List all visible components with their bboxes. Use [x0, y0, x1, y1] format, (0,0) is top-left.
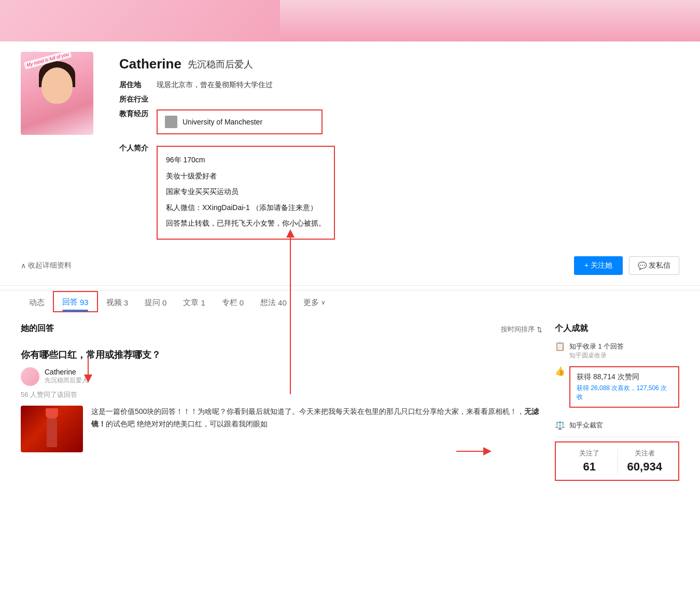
followers-box: 关注了 61 关注者 60,934 [555, 441, 679, 481]
collapse-row: ∧ 收起详细资料 + 关注她 💬 发私信 [0, 250, 700, 281]
profile-name-row: Catherine 先沉稳而后爱人 [119, 56, 679, 72]
achievement-item-1-text: 知乎收录 1 个回答 知乎圆桌收录 [569, 341, 624, 361]
tab-shipin-label: 视频 [106, 298, 122, 308]
tab-zhuanlan-label: 专栏 [222, 298, 237, 308]
author-name: Catherine [45, 368, 88, 376]
follow-button[interactable]: + 关注她 [574, 256, 623, 275]
achievement-item-2-text: 获得 88,714 次赞同 获得 26,088 次喜欢，127,506 次收 [569, 366, 679, 414]
message-icon: 💬 [638, 261, 647, 270]
achievement-item-2: 👍 获得 88,714 次赞同 获得 26,088 次喜欢，127,506 次收 [555, 366, 679, 414]
answer-body: 这是一篇价值500块的回答！！！为啥呢？你看到最后就知道了。今天来把我每天装在包… [21, 406, 542, 452]
following-count: 61 [562, 460, 617, 474]
tab-gengduo[interactable]: 更多 ∨ [295, 290, 334, 313]
bio-line-3: 国家专业买买买运动员 [166, 185, 326, 199]
bookmark-icon: 📋 [555, 341, 565, 351]
tab-gengduo-label: 更多 [303, 298, 319, 308]
bio-box: 96年 170cm 美妆十级爱好者 国家专业买买买运动员 私人微信：XXingD… [157, 146, 335, 240]
sort-label: 按时间排序 [501, 325, 535, 334]
divider [0, 285, 700, 286]
industry-label: 所在行业 [119, 95, 157, 104]
vote-count: 56 人赞同了该回答 [21, 390, 542, 399]
likes-sub: 获得 26,088 次喜欢，127,506 次收 [577, 384, 672, 401]
tab-tiwen-count: 0 [162, 298, 166, 307]
following-label: 关注了 [562, 449, 617, 458]
tab-zhuanlan[interactable]: 专栏 0 [214, 290, 252, 313]
answer-question[interactable]: 你有哪些口红，常用或推荐哪支？ [21, 349, 542, 361]
answer-avatar [21, 367, 39, 386]
tab-wenzhang[interactable]: 文章 1 [175, 290, 213, 313]
education-field: 教育经历 University of Manchester [119, 109, 679, 138]
answer-thumbnail [21, 406, 83, 452]
avatar-area: My mind is full of you [21, 52, 104, 245]
location-label: 居住地 [119, 80, 157, 90]
achievement-item-3-text: 知乎众裁官 [569, 420, 603, 431]
tab-tiwen[interactable]: 提问 0 [136, 290, 175, 313]
tab-dongtai[interactable]: 动态 [21, 290, 53, 313]
bio-line-2: 美妆十级爱好者 [166, 169, 326, 183]
tab-huida-count: 93 [80, 298, 89, 307]
tab-xiangfa-label: 想法 [260, 298, 276, 308]
tab-xiangfa-count: 40 [278, 298, 287, 307]
location-field: 居住地 现居北京市，曾在曼彻斯特大学住过 [119, 80, 679, 90]
education-box: University of Manchester [157, 109, 323, 134]
achievement-box: 个人成就 📋 知乎收录 1 个回答 知乎圆桌收录 👍 获得 88,714 次赞同 [555, 323, 679, 481]
main-content: 她的回答 按时间排序 ⇅ 你有哪些口红，常用或推荐哪支？ Catherine 先… [0, 313, 700, 491]
university-icon [165, 116, 177, 128]
tab-zhuanlan-count: 0 [240, 298, 244, 307]
profile-banner [0, 0, 700, 41]
tab-dongtai-label: 动态 [29, 298, 45, 308]
sort-icon: ⇅ [537, 326, 542, 334]
section-title: 她的回答 [21, 323, 54, 334]
education-label: 教育经历 [119, 109, 157, 119]
profile-info: Catherine 先沉稳而后爱人 居住地 现居北京市，曾在曼彻斯特大学住过 所… [119, 52, 679, 245]
likes-sub-text1: 获得 26,088 次喜欢， [577, 384, 636, 392]
tab-xiangfa[interactable]: 想法 40 [252, 290, 295, 313]
collapse-label: 收起详细资料 [28, 261, 72, 270]
judge-icon: ⚖️ [555, 420, 565, 430]
bio-line-5: 回答禁止转载，已拜托飞天小女警，你小心被抓。 [166, 216, 326, 230]
followers-count: 60,934 [618, 460, 673, 474]
tab-huida-label: 回答 [62, 297, 78, 307]
location-value: 现居北京市，曾在曼彻斯特大学住过 [157, 80, 273, 90]
answer-bold-text: 无滤镜！ [91, 407, 539, 428]
avatar-face [41, 67, 73, 104]
achievement-item-3: ⚖️ 知乎众裁官 [555, 420, 679, 431]
sort-row: 按时间排序 ⇅ [501, 325, 542, 334]
tabs-nav: 动态 回答 93 视频 3 提问 0 文章 1 专栏 0 [21, 290, 679, 313]
profile-header: My mind is full of you Catherine 先沉稳而后爱人… [0, 41, 700, 250]
tab-tiwen-label: 提问 [145, 298, 160, 308]
action-buttons: + 关注她 💬 发私信 [574, 256, 679, 275]
zhihu-collected: 知乎收录 1 个回答 [569, 341, 624, 352]
answer-item: 你有哪些口红，常用或推荐哪支？ Catherine 先沉稳而后爱人 56 人赞同… [21, 349, 542, 452]
message-button[interactable]: 💬 发私信 [629, 256, 679, 275]
bio-field: 个人简介 96年 170cm 美妆十级爱好者 国家专业买买买运动员 私人微信：X… [119, 144, 679, 240]
achievement-item-1: 📋 知乎收录 1 个回答 知乎圆桌收录 [555, 341, 679, 361]
profile-name: Catherine [119, 56, 181, 72]
collapse-button[interactable]: ∧ 收起详细资料 [21, 261, 72, 270]
education-value: University of Manchester [183, 118, 262, 126]
tab-huida[interactable]: 回答 93 [53, 291, 98, 312]
followers-col: 关注者 60,934 [617, 449, 673, 474]
chevron-down-icon: ∨ [321, 299, 326, 306]
bio-line-1: 96年 170cm [166, 153, 326, 167]
banner-image [280, 0, 700, 41]
likes-sub-highlight: 127,506 [636, 384, 659, 392]
author-tagline: 先沉稳而后爱人 [45, 376, 88, 385]
followers-label: 关注者 [618, 449, 673, 458]
content-right: 个人成就 📋 知乎收录 1 个回答 知乎圆桌收录 👍 获得 88,714 次赞同 [555, 323, 679, 481]
achievement-title: 个人成就 [555, 323, 679, 334]
tab-shipin[interactable]: 视频 3 [98, 290, 136, 313]
tab-wenzhang-label: 文章 [183, 298, 199, 308]
chevron-up-icon: ∧ [21, 261, 26, 270]
follow-label: + 关注她 [584, 261, 612, 270]
tab-wenzhang-count: 1 [201, 298, 205, 307]
avatar: My mind is full of you [21, 52, 93, 135]
sidebar-divider [555, 437, 679, 437]
zhihu-judge: 知乎众裁官 [569, 420, 603, 431]
following-col: 关注了 61 [562, 449, 617, 474]
tab-shipin-count: 3 [124, 298, 128, 307]
likes-box: 获得 88,714 次赞同 获得 26,088 次喜欢，127,506 次收 [569, 366, 679, 408]
answer-author: Catherine 先沉稳而后爱人 [21, 367, 542, 386]
message-label: 发私信 [649, 261, 670, 270]
answer-text: 这是一篇价值500块的回答！！！为啥呢？你看到最后就知道了。今天来把我每天装在包… [91, 406, 542, 452]
